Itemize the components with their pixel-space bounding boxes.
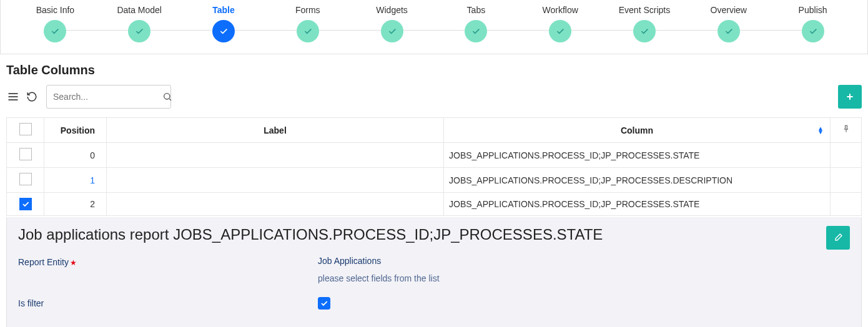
menu-icon[interactable] <box>6 90 20 104</box>
wizard-step[interactable]: Widgets <box>350 5 434 42</box>
wizard-step[interactable]: Event Scripts <box>603 5 687 42</box>
row-pin-cell <box>831 143 862 168</box>
detail-panel: Job applications report JOBS_APPLICATION… <box>6 217 862 327</box>
table-toolbar <box>0 80 868 114</box>
is-filter-row: Is filter <box>18 297 850 310</box>
row-column: JOBS_APPLICATIONS.PROCESS_ID;JP_PROCESSE… <box>444 193 831 216</box>
wizard-step[interactable]: Workflow <box>518 5 603 42</box>
report-entity-row: Report Entity★ Job Applications <box>18 256 850 267</box>
row-checkbox-cell <box>7 168 44 193</box>
wizard-step-label: Widgets <box>350 5 434 15</box>
is-filter-label: Is filter <box>18 297 318 310</box>
search-input[interactable] <box>53 92 162 102</box>
add-button[interactable] <box>838 85 862 109</box>
edit-button[interactable] <box>826 226 850 250</box>
row-column: JOBS_APPLICATIONS.PROCESS_ID;JP_PROCESSE… <box>444 143 831 168</box>
required-star-icon: ★ <box>70 258 77 267</box>
helper-text: please select fields from the list <box>318 273 850 283</box>
row-label <box>107 143 444 168</box>
wizard-step[interactable]: Tabs <box>434 5 518 42</box>
wizard-step-label: Data Model <box>97 5 182 15</box>
wizard-step-label: Table <box>182 5 266 15</box>
table-row[interactable]: 1JOBS_APPLICATIONS.PROCESS_ID;JP_PROCESS… <box>7 168 862 193</box>
check-icon <box>465 20 487 42</box>
header-label[interactable]: Label <box>107 118 444 143</box>
wizard-step-label: Forms <box>265 5 350 15</box>
check-icon <box>633 20 656 42</box>
wizard-step[interactable]: Publish <box>771 5 855 42</box>
is-filter-value <box>318 297 330 310</box>
search-field-wrapper <box>46 85 171 109</box>
wizard-stepper: Basic InfoData ModelTableFormsWidgetsTab… <box>0 0 868 54</box>
table-row[interactable]: 0JOBS_APPLICATIONS.PROCESS_ID;JP_PROCESS… <box>7 143 862 168</box>
row-label <box>107 168 444 193</box>
check-icon <box>128 20 150 42</box>
is-filter-checkbox[interactable] <box>318 297 330 310</box>
check-icon <box>212 20 235 42</box>
row-column: JOBS_APPLICATIONS.PROCESS_ID;JP_PROCESSE… <box>444 168 831 193</box>
wizard-step[interactable]: Basic Info <box>13 5 97 42</box>
header-checkbox-cell <box>7 118 44 143</box>
columns-table: Position Label Column ▲▼ 0JOBS_APPLICATI… <box>6 117 862 216</box>
svg-line-4 <box>169 99 171 100</box>
wizard-step-label: Tabs <box>434 5 518 15</box>
wizard-step-label: Overview <box>686 5 771 15</box>
row-checkbox[interactable] <box>19 173 32 185</box>
header-column-text: Column <box>621 125 653 135</box>
row-position: 2 <box>44 193 107 216</box>
row-checkbox[interactable] <box>19 148 32 160</box>
check-icon <box>802 20 824 42</box>
header-column[interactable]: Column ▲▼ <box>444 118 831 143</box>
row-label <box>107 193 444 216</box>
search-icon[interactable] <box>162 92 172 102</box>
report-entity-value: Job Applications <box>318 256 381 267</box>
wizard-step-label: Event Scripts <box>603 5 687 15</box>
table-header-row: Position Label Column ▲▼ <box>7 118 862 143</box>
wizard-step-label: Basic Info <box>13 5 97 15</box>
header-position[interactable]: Position <box>44 118 107 143</box>
refresh-icon[interactable] <box>25 90 39 104</box>
report-entity-label: Report Entity★ <box>18 256 318 267</box>
row-checkbox[interactable] <box>19 198 32 210</box>
section-title: Table Columns <box>0 54 868 80</box>
svg-point-3 <box>164 94 170 99</box>
check-icon <box>718 20 740 42</box>
row-checkbox-cell <box>7 143 44 168</box>
row-position: 0 <box>44 143 107 168</box>
check-icon <box>549 20 571 42</box>
wizard-step[interactable]: Forms <box>265 5 350 42</box>
table-row[interactable]: 2JOBS_APPLICATIONS.PROCESS_ID;JP_PROCESS… <box>7 193 862 216</box>
row-pin-cell <box>831 168 862 193</box>
row-position[interactable]: 1 <box>44 168 107 193</box>
wizard-step[interactable]: Table <box>182 5 266 42</box>
check-icon <box>381 20 403 42</box>
detail-title: Job applications report JOBS_APPLICATION… <box>18 226 850 243</box>
header-pin[interactable] <box>831 118 862 143</box>
wizard-step[interactable]: Data Model <box>97 5 182 42</box>
select-all-checkbox[interactable] <box>19 123 32 135</box>
wizard-step[interactable]: Overview <box>686 5 771 42</box>
sort-indicator-icon[interactable]: ▲▼ <box>817 127 824 134</box>
wizard-step-label: Publish <box>771 5 855 15</box>
row-checkbox-cell <box>7 193 44 216</box>
check-icon <box>297 20 319 42</box>
report-entity-label-text: Report Entity <box>18 257 69 267</box>
wizard-step-label: Workflow <box>518 5 603 15</box>
check-icon <box>44 20 66 42</box>
row-pin-cell <box>831 193 862 216</box>
